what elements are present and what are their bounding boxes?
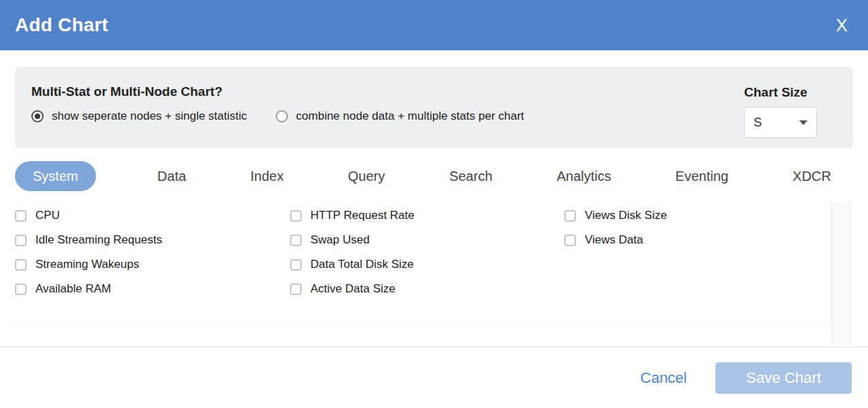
stats-column: Views Disk SizeViews Data bbox=[564, 203, 831, 301]
checkbox-icon[interactable] bbox=[290, 259, 302, 271]
caret-down-icon bbox=[799, 120, 807, 125]
multi-stat-options-panel: Multi-Stat or Multi-Node Chart? show sep… bbox=[15, 67, 853, 148]
checkbox-icon[interactable] bbox=[290, 284, 302, 295]
radio-group: show seperate nodes + single statistic c… bbox=[31, 109, 837, 123]
dialog-title: Add Chart bbox=[15, 14, 108, 36]
stat-checkbox-item[interactable]: Views Disk Size bbox=[564, 203, 831, 228]
stat-label: Views Disk Size bbox=[585, 209, 667, 222]
stat-label: Data Total Disk Size bbox=[310, 258, 414, 271]
stat-checkbox-item[interactable]: Swap Used bbox=[290, 228, 564, 252]
stat-checkbox-item[interactable]: Idle Streaming Requests bbox=[15, 228, 290, 252]
cancel-button[interactable]: Cancel bbox=[641, 369, 687, 387]
stat-checkbox-item[interactable]: Views Data bbox=[564, 228, 831, 252]
stat-label: Idle Streaming Requests bbox=[35, 233, 162, 247]
dialog-header: Add Chart X bbox=[0, 0, 868, 50]
chart-size-select[interactable]: S bbox=[744, 107, 817, 138]
stat-checkbox-item[interactable]: Available RAM bbox=[15, 277, 290, 301]
stat-label: Active Data Size bbox=[310, 282, 396, 296]
tab-eventing[interactable]: Eventing bbox=[673, 169, 731, 184]
checkbox-icon[interactable] bbox=[15, 235, 27, 246]
vertical-scrollbar[interactable] bbox=[832, 202, 850, 345]
tab-query[interactable]: Query bbox=[345, 169, 387, 184]
add-chart-dialog: Add Chart X Multi-Stat or Multi-Node Cha… bbox=[0, 0, 868, 408]
stat-label: Views Data bbox=[585, 233, 643, 247]
save-chart-button[interactable]: Save Chart bbox=[716, 362, 852, 394]
checkbox-icon[interactable] bbox=[290, 235, 302, 246]
tab-system[interactable]: System bbox=[15, 161, 96, 191]
tab-analytics[interactable]: Analytics bbox=[554, 169, 614, 184]
stats-column: CPUIdle Streaming RequestsStreaming Wake… bbox=[15, 203, 290, 301]
stat-label: Available RAM bbox=[35, 282, 111, 296]
stat-checkbox-item[interactable]: CPU bbox=[15, 203, 290, 228]
radio-option-label: show seperate nodes + single statistic bbox=[52, 109, 247, 123]
tab-index[interactable]: Index bbox=[248, 169, 287, 184]
checkbox-icon[interactable] bbox=[15, 259, 27, 271]
service-tab-bar: SystemDataIndexQuerySearchAnalyticsEvent… bbox=[15, 161, 834, 191]
stat-label: Streaming Wakeups bbox=[35, 258, 139, 271]
stat-label: HTTP Request Rate bbox=[310, 209, 415, 222]
stat-checkbox-item[interactable]: Data Total Disk Size bbox=[290, 252, 564, 277]
stat-checkbox-item[interactable]: Streaming Wakeups bbox=[15, 252, 290, 277]
radio-option-label: combine node data + multiple stats per c… bbox=[296, 109, 524, 123]
radio-option-combine-nodes[interactable]: combine node data + multiple stats per c… bbox=[276, 109, 524, 123]
stats-checkbox-list: CPUIdle Streaming RequestsStreaming Wake… bbox=[15, 202, 832, 326]
checkbox-icon[interactable] bbox=[564, 235, 576, 246]
stat-label: Swap Used bbox=[310, 233, 370, 247]
tab-search[interactable]: Search bbox=[447, 169, 495, 184]
radio-selected-icon[interactable] bbox=[31, 110, 44, 122]
stats-column: HTTP Request RateSwap UsedData Total Dis… bbox=[290, 203, 564, 301]
stat-label: CPU bbox=[35, 209, 60, 222]
chart-size-label: Chart Size bbox=[744, 85, 817, 100]
dialog-footer: Cancel Save Chart bbox=[0, 362, 852, 394]
radio-option-separate-nodes[interactable]: show seperate nodes + single statistic bbox=[31, 109, 247, 123]
tab-xdcr[interactable]: XDCR bbox=[790, 169, 834, 184]
close-icon[interactable]: X bbox=[836, 16, 848, 34]
checkbox-icon[interactable] bbox=[564, 210, 576, 222]
multi-stat-question: Multi-Stat or Multi-Node Chart? bbox=[31, 84, 837, 99]
checkbox-icon[interactable] bbox=[15, 284, 27, 295]
radio-unselected-icon[interactable] bbox=[276, 110, 288, 122]
checkbox-icon[interactable] bbox=[290, 210, 302, 222]
checkbox-icon[interactable] bbox=[15, 210, 27, 222]
chart-size-control: Chart Size S bbox=[744, 85, 817, 138]
tab-data[interactable]: Data bbox=[155, 169, 189, 184]
footer-divider bbox=[0, 346, 868, 347]
stat-checkbox-item[interactable]: HTTP Request Rate bbox=[290, 203, 564, 228]
chart-size-value: S bbox=[754, 116, 762, 130]
stat-checkbox-item[interactable]: Active Data Size bbox=[290, 277, 564, 301]
